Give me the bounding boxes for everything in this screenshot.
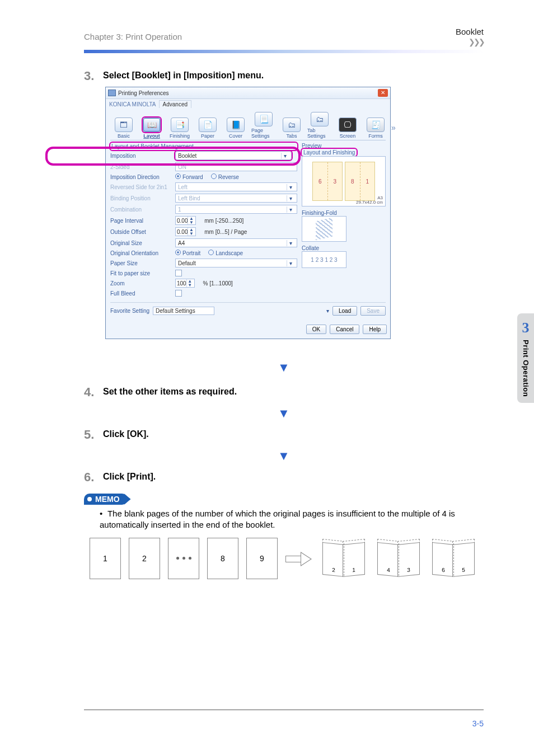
fig-page-1: 1 xyxy=(90,538,121,579)
cancel-button[interactable]: Cancel xyxy=(330,325,359,334)
step-6-text: Click [Print]. xyxy=(103,470,156,482)
reversed-label: Reversed Side for 2in1 xyxy=(110,184,172,190)
step-4-text: Set the other items as required. xyxy=(103,385,237,397)
header-rule xyxy=(84,50,484,53)
fold-preview xyxy=(302,216,346,242)
step-3-text: Select [Booklet] in [Imposition] menu. xyxy=(103,69,264,81)
imposition-dropdown[interactable]: Booklet▾ xyxy=(175,151,292,160)
step-6-number: 6. xyxy=(84,470,103,485)
booklet-sheet-3: 8 7 6 5 xyxy=(430,538,477,579)
radio-portrait[interactable]: Portrait xyxy=(175,250,200,256)
side-tab-number: 3 xyxy=(522,320,530,336)
collate-title: Collate xyxy=(302,245,386,251)
memo-badge: MEMO xyxy=(84,494,128,505)
fit-checkbox[interactable] xyxy=(175,270,182,276)
booklet-sheet-2: Blank 9 4 3 xyxy=(375,538,422,579)
pageinterval-input[interactable]: 0.00▲▼ xyxy=(175,216,196,225)
booklet-figure: 1 2 8 9 Blank Blank 2 1 Blank 9 4 3 8 7 … xyxy=(90,538,484,579)
step-5-number: 5. xyxy=(84,428,103,442)
dialog-title: Printing Preferences xyxy=(118,90,169,96)
favorite-combo[interactable]: Default Settings xyxy=(153,307,214,315)
top-screen[interactable]: 🖵Screen xyxy=(335,118,360,139)
save-button[interactable]: Save xyxy=(360,306,386,316)
direction-label: Imposition Direction xyxy=(110,174,172,180)
chapter-label: Chapter 3: Print Operation xyxy=(84,32,182,41)
section-layout-title: Layout and Booklet Management xyxy=(110,143,297,150)
origsize-dropdown[interactable]: A4▾ xyxy=(175,238,297,247)
zoom-label: Zoom xyxy=(110,280,172,287)
step-4-number: 4. xyxy=(84,385,103,400)
top-layout[interactable]: 📖Layout xyxy=(139,118,164,139)
step-3-number: 3. xyxy=(84,69,103,83)
bleed-label: Full Bleed xyxy=(110,290,172,297)
advanced-tab[interactable]: Advanced xyxy=(159,100,191,108)
flow-arrow-3: ▼ xyxy=(84,449,484,463)
booklet-sheet-1: Blank Blank 2 1 xyxy=(320,538,367,579)
bleed-checkbox[interactable] xyxy=(175,290,182,297)
side-tab: 3 Print Operation xyxy=(517,313,534,403)
fig-page-8: 8 xyxy=(207,538,238,579)
origsize-label: Original Size xyxy=(110,240,172,246)
zoom-unit: % [1...1000] xyxy=(203,280,232,287)
pageinterval-label: Page Interval xyxy=(110,218,172,224)
booklet-arrows-icon: ❯❯❯ xyxy=(469,37,484,46)
fig-page-dots xyxy=(168,538,199,579)
pageinterval-unit: mm [-250...250] xyxy=(204,218,243,224)
finishing-fold-title: Finishing-Fold xyxy=(302,210,386,216)
top-more[interactable]: » xyxy=(391,123,396,139)
top-paper[interactable]: 📄Paper xyxy=(195,118,220,139)
flow-arrow-1: ▼ xyxy=(84,360,484,375)
binding-value: Left Bind▾ xyxy=(175,194,297,203)
preview-pane: 63 81 A329.7x42.0 cm xyxy=(302,156,386,206)
step-5-text: Click [OK]. xyxy=(103,428,149,439)
vendor-tab[interactable]: KONICA MINOLTA xyxy=(109,101,156,107)
topic-label: Booklet xyxy=(456,27,484,36)
imposition-label: Imposition xyxy=(110,153,172,159)
favorite-label: Favorite Setting xyxy=(110,308,149,314)
memo-text: • The blank pages of the number of which… xyxy=(100,508,484,531)
close-button[interactable]: ✕ xyxy=(378,89,388,97)
page-footer: 3-5 xyxy=(84,710,484,728)
load-button[interactable]: Load xyxy=(332,306,357,316)
top-pagesettings[interactable]: 📃Page Settings xyxy=(251,112,276,139)
radio-forward[interactable]: Forward xyxy=(175,173,203,180)
printing-preferences-dialog: Printing Preferences ✕ KONICA MINOLTA Ad… xyxy=(105,87,391,339)
papersize-dropdown[interactable]: Default▾ xyxy=(175,259,297,267)
ok-button[interactable]: OK xyxy=(306,325,326,334)
big-arrow-icon xyxy=(285,551,312,566)
outoffset-label: Outside Offset xyxy=(110,229,172,235)
papersize-label: Paper Size xyxy=(110,260,172,266)
top-finishing[interactable]: 📑Finishing xyxy=(167,118,192,139)
collate-preview: 1 2 3 1 2 3 xyxy=(302,251,346,268)
flow-arrow-2: ▼ xyxy=(84,406,484,421)
page-number: 3-5 xyxy=(472,719,484,728)
outoffset-unit: mm [0...5] / Page xyxy=(204,229,247,235)
side-tab-label: Print Operation xyxy=(522,340,530,397)
top-basic[interactable]: 🗔Basic xyxy=(111,118,136,139)
twosided-value: ON xyxy=(175,162,297,171)
twosided-label: 2-Sided xyxy=(110,164,172,170)
zoom-input[interactable]: 100▲▼ xyxy=(175,279,195,288)
combination-label: Combination xyxy=(110,206,172,213)
top-cover[interactable]: 📘Cover xyxy=(223,118,248,139)
outoffset-input[interactable]: 0.00▲▼ xyxy=(175,227,196,236)
fig-page-2: 2 xyxy=(129,538,160,579)
reversed-value: Left▾ xyxy=(175,182,297,191)
printer-icon xyxy=(108,90,116,96)
help-button[interactable]: Help xyxy=(363,325,387,334)
radio-landscape[interactable]: Landscape xyxy=(208,250,243,256)
binding-label: Binding Position xyxy=(110,195,172,201)
top-tabsettings[interactable]: 🗂Tab Settings xyxy=(307,112,332,139)
preview-lf-title: Layout and Finishing xyxy=(302,149,357,156)
fig-page-9: 9 xyxy=(246,538,278,579)
top-tabs[interactable]: 🗂Tabs xyxy=(279,118,304,139)
radio-reverse[interactable]: Reverse xyxy=(211,173,239,180)
top-forms[interactable]: 🧾Forms xyxy=(363,118,388,139)
orientation-label: Original Orientation xyxy=(110,250,172,256)
combination-value: 1▾ xyxy=(175,205,297,214)
fit-label: Fit to paper size xyxy=(110,270,172,276)
